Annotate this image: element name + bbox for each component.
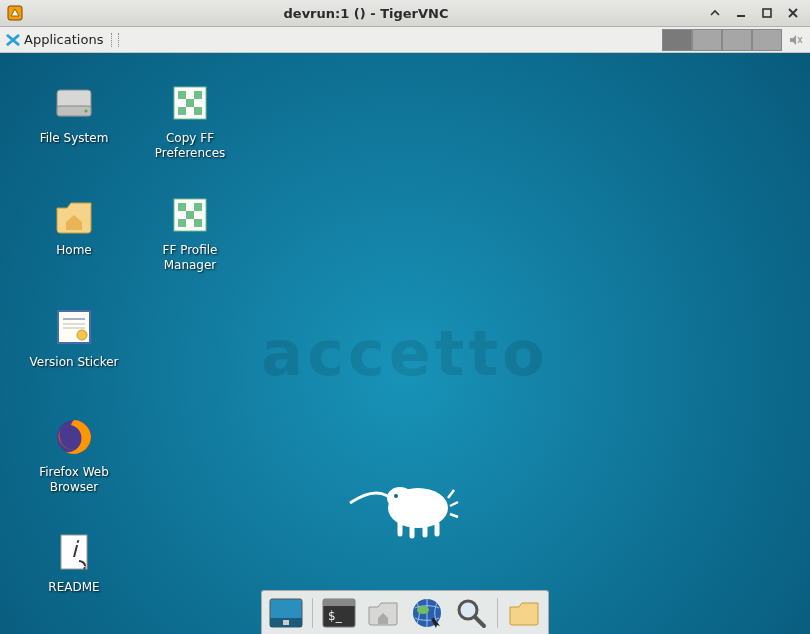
desktop-icon-ff-profile-manager[interactable]: FF Profile Manager [140,191,240,273]
svg-rect-18 [186,211,194,219]
workspace-4[interactable] [752,29,782,51]
certificate-icon [50,303,98,351]
xfce-logo-icon [6,33,20,47]
svg-rect-11 [194,91,202,99]
desktop-icon-home[interactable]: Home [24,191,124,258]
dock-web-browser[interactable] [407,594,447,632]
svg-point-36 [417,606,429,614]
bottom-dock: $_ [261,590,549,634]
vnc-titlebar: devrun:1 () - TigerVNC [0,0,810,27]
svg-point-5 [394,494,398,498]
svg-rect-31 [283,620,289,625]
volume-muted-icon[interactable] [782,32,810,48]
tigervnc-icon [6,4,24,22]
globe-icon [410,596,444,630]
script-icon [166,79,214,127]
wallpaper-watermark: accetto [261,317,548,390]
svg-point-4 [387,487,413,509]
dock-terminal[interactable]: $_ [319,594,359,632]
desktop-icon-copy-ff-preferences[interactable]: Copy FF Preferences [140,79,240,161]
workspace-pager[interactable] [662,29,782,51]
svg-rect-2 [763,9,771,17]
svg-rect-13 [178,107,186,115]
svg-rect-17 [194,203,202,211]
svg-rect-14 [194,107,202,115]
dock-separator [497,598,498,628]
home-folder-icon [50,191,98,239]
svg-rect-33 [323,599,355,606]
desktop-icon-version-sticker[interactable]: Version Sticker [24,303,124,370]
desktop-icon-label: File System [24,131,124,146]
applications-label: Applications [24,32,103,47]
workspace-3[interactable] [722,29,752,51]
show-desktop-icon [269,598,303,628]
desktop-icon-file-system[interactable]: File System [24,79,124,146]
svg-rect-10 [178,91,186,99]
rollup-button[interactable] [708,6,722,20]
desktop-icon-label: Firefox Web Browser [24,465,124,495]
svg-point-38 [461,603,475,617]
svg-point-8 [84,109,87,112]
svg-rect-12 [186,99,194,107]
window-title: devrun:1 () - TigerVNC [24,6,708,21]
folder-icon [507,598,541,628]
svg-rect-20 [194,219,202,227]
file-manager-icon [366,598,400,628]
panel-handle[interactable] [111,33,119,47]
svg-text:$_: $_ [328,609,343,623]
drive-icon [50,79,98,127]
desktop-icon-label: FF Profile Manager [140,243,240,273]
desktop-icon-label: README [24,580,124,595]
desktop-icon-label: Home [24,243,124,258]
svg-rect-19 [178,219,186,227]
workspace-1[interactable] [662,29,692,51]
xfce-mouse-logo [340,458,470,548]
svg-rect-16 [178,203,186,211]
dock-separator [312,598,313,628]
dock-file-manager[interactable] [363,594,403,632]
close-button[interactable] [786,6,800,20]
desktop-icon-label: Version Sticker [24,355,124,370]
dock-show-desktop[interactable] [266,594,306,632]
desktop-icon-readme[interactable]: i README [24,528,124,595]
desktop-icon-label: Copy FF Preferences [140,131,240,161]
script-icon [166,191,214,239]
workspace-2[interactable] [692,29,722,51]
maximize-button[interactable] [760,6,774,20]
svg-point-25 [77,330,87,340]
readme-icon: i [50,528,98,576]
minimize-button[interactable] [734,6,748,20]
svg-rect-1 [737,15,745,17]
terminal-icon: $_ [322,598,356,628]
applications-menu[interactable]: Applications [0,27,109,52]
magnifier-icon [454,596,488,630]
desktop-icon-firefox[interactable]: Firefox Web Browser [24,413,124,495]
dock-app-finder[interactable] [451,594,491,632]
top-panel: Applications [0,27,810,53]
firefox-icon [50,413,98,461]
desktop[interactable]: accetto File System Copy FF Preferences … [0,53,810,634]
dock-home-folder[interactable] [504,594,544,632]
